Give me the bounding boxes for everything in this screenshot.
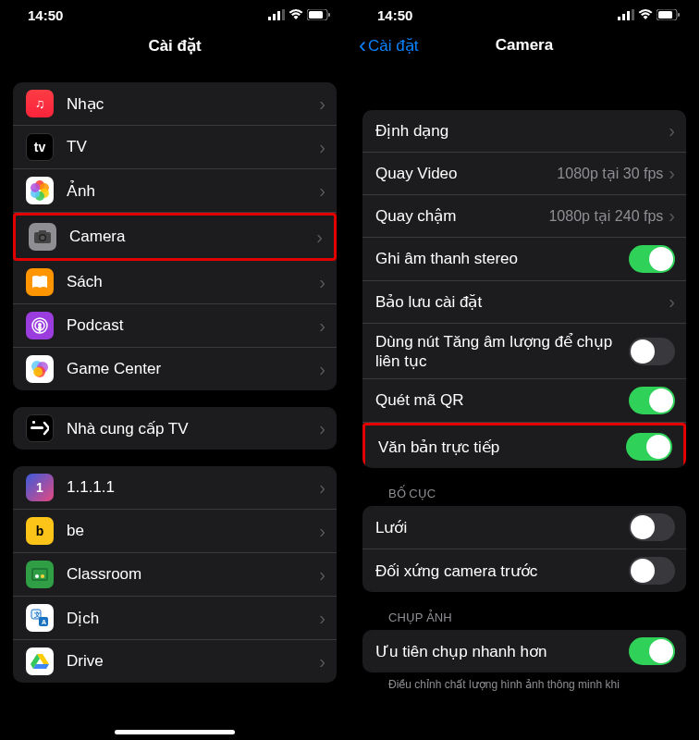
- row-format[interactable]: Định dạng ›: [362, 110, 686, 153]
- svg-text:A: A: [42, 619, 46, 625]
- section-header-layout: BỐ CỤC: [362, 468, 686, 506]
- home-indicator[interactable]: [115, 730, 235, 734]
- qr-toggle[interactable]: [629, 387, 675, 414]
- settings-row-podcast[interactable]: Podcast ›: [13, 304, 337, 348]
- svg-rect-2: [277, 11, 280, 20]
- svg-rect-5: [309, 11, 323, 18]
- svg-rect-3: [282, 9, 285, 20]
- chevron-right-icon: ›: [319, 137, 325, 158]
- settings-row-be[interactable]: b be ›: [13, 510, 337, 553]
- back-label: Cài đặt: [368, 36, 418, 56]
- row-value: 1080p tại 30 fps: [557, 165, 663, 182]
- settings-row-camera[interactable]: Camera ›: [13, 213, 337, 261]
- settings-row-classroom[interactable]: Classroom ›: [13, 553, 337, 597]
- gamecenter-icon: [26, 355, 54, 383]
- signal-icon: [618, 7, 634, 23]
- signal-icon: [268, 7, 285, 23]
- podcast-icon: [26, 312, 54, 339]
- row-label: Ghi âm thanh stereo: [375, 250, 629, 268]
- row-mirror-front: Đối xứng camera trước: [362, 549, 686, 592]
- section-tv-provider: Nhà cung cấp TV ›: [13, 407, 337, 450]
- svg-rect-0: [268, 17, 271, 20]
- section-media-apps: ♫ Nhạc › tv TV ›: [13, 82, 337, 390]
- row-label: Sách: [67, 273, 319, 291]
- battery-icon: [307, 7, 331, 23]
- books-icon: [26, 268, 54, 296]
- settings-row-translate[interactable]: 文A Dịch ›: [13, 597, 337, 640]
- grid-toggle[interactable]: [629, 513, 675, 541]
- svg-rect-21: [33, 570, 46, 579]
- section-third-party: 1 1.1.1.1 › b be › Classroom › 文A Dịc: [13, 466, 337, 683]
- mirror-toggle[interactable]: [629, 557, 675, 585]
- stereo-toggle[interactable]: [629, 245, 675, 273]
- status-bar: 14:50: [0, 0, 350, 25]
- row-label: be: [67, 522, 319, 540]
- status-icons: [618, 7, 681, 23]
- svg-text:文: 文: [33, 610, 41, 619]
- svg-rect-19: [32, 421, 35, 424]
- row-label: Game Center: [67, 360, 319, 378]
- tv-icon: tv: [26, 133, 54, 161]
- svg-point-23: [41, 574, 44, 578]
- svg-rect-34: [678, 13, 680, 17]
- settings-root-screen: 14:50 Cài đặt ♫ Nhạc › tv TV ›: [0, 0, 350, 740]
- wifi-icon: [289, 7, 303, 23]
- row-label: Classroom: [67, 565, 319, 584]
- prioritize-toggle[interactable]: [629, 637, 675, 665]
- tvprovider-icon: [26, 414, 54, 442]
- row-live-text: Văn bản trực tiếp: [362, 423, 686, 468]
- volume-burst-toggle[interactable]: [629, 338, 675, 365]
- row-label: Dịch: [67, 609, 319, 628]
- svg-rect-8: [39, 230, 46, 233]
- row-label: Lưới: [375, 518, 629, 537]
- settings-row-drive[interactable]: Drive ›: [13, 640, 337, 683]
- nav-header: ‹ Cài đặt Camera: [350, 25, 699, 66]
- section-layout: Lưới Đối xứng camera trước: [362, 506, 686, 592]
- status-bar: 14:50: [350, 0, 699, 25]
- row-label: TV: [67, 138, 319, 156]
- battery-icon: [657, 7, 681, 23]
- row-label: Ưu tiên chụp nhanh hơn: [375, 642, 629, 661]
- row-label: Quay chậm: [375, 206, 548, 226]
- camera-icon: [29, 223, 56, 251]
- settings-row-tv[interactable]: tv TV ›: [13, 126, 337, 169]
- wifi-icon: [638, 7, 653, 23]
- settings-row-music[interactable]: ♫ Nhạc ›: [13, 82, 337, 126]
- settings-row-tvprovider[interactable]: Nhà cung cấp TV ›: [13, 407, 337, 450]
- row-preserve[interactable]: Bảo lưu cài đặt ›: [362, 281, 686, 324]
- settings-row-1111[interactable]: 1 1.1.1.1 ›: [13, 466, 337, 510]
- svg-point-13: [38, 323, 42, 327]
- svg-rect-33: [658, 11, 672, 18]
- chevron-right-icon: ›: [319, 477, 325, 499]
- settings-row-photos[interactable]: Ảnh ›: [13, 169, 337, 213]
- row-label: Podcast: [67, 316, 319, 335]
- status-time: 14:50: [377, 7, 412, 23]
- chevron-right-icon: ›: [319, 521, 325, 542]
- row-qr: Quét mã QR: [362, 379, 686, 423]
- back-button[interactable]: ‹ Cài đặt: [359, 32, 418, 58]
- settings-row-gamecenter[interactable]: Game Center ›: [13, 348, 337, 390]
- page-title: Camera: [496, 36, 553, 55]
- live-text-toggle[interactable]: [626, 433, 672, 461]
- status-icons: [268, 7, 331, 23]
- row-label: Drive: [67, 652, 319, 671]
- row-label: Camera: [69, 228, 316, 246]
- music-icon: ♫: [26, 90, 54, 117]
- chevron-right-icon: ›: [319, 564, 325, 586]
- chevron-right-icon: ›: [319, 180, 325, 202]
- row-label: Nhà cung cấp TV: [67, 419, 319, 438]
- chevron-right-icon: ›: [319, 651, 325, 672]
- row-record-video[interactable]: Quay Video 1080p tại 30 fps ›: [362, 153, 686, 195]
- chevron-right-icon: ›: [316, 227, 323, 248]
- row-label: 1.1.1.1: [67, 478, 319, 497]
- svg-point-22: [35, 574, 39, 578]
- row-slomo[interactable]: Quay chậm 1080p tại 240 fps ›: [362, 195, 686, 238]
- settings-row-books[interactable]: Sách ›: [13, 261, 337, 304]
- section-camera-main: Định dạng › Quay Video 1080p tại 30 fps …: [362, 110, 686, 468]
- row-volume-burst: Dùng nút Tăng âm lượng để chụp liên tục: [362, 324, 686, 379]
- chevron-right-icon: ›: [669, 120, 675, 142]
- row-label: Đối xứng camera trước: [375, 561, 629, 581]
- svg-rect-28: [618, 17, 620, 20]
- chevron-right-icon: ›: [669, 163, 675, 184]
- svg-rect-1: [273, 14, 276, 20]
